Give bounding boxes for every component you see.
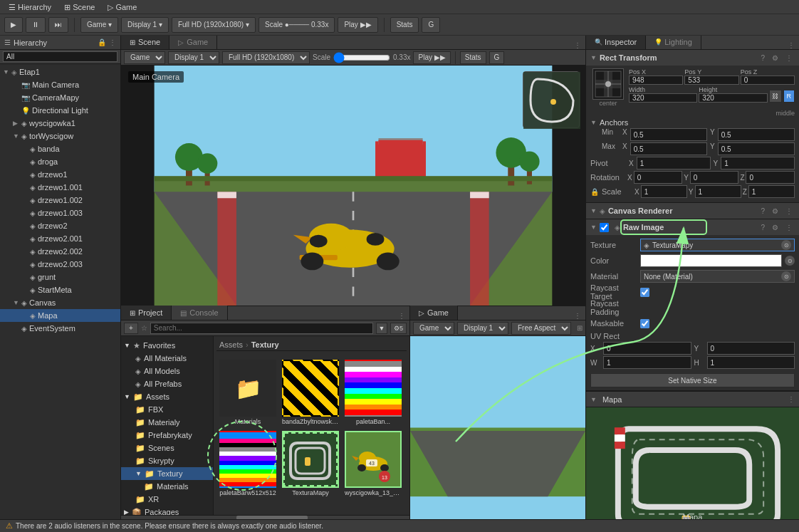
- scene-tab-scene[interactable]: ⊞Scene: [121, 36, 169, 49]
- component-help-btn[interactable]: ?: [758, 53, 767, 63]
- tree-item-wyscigowka[interactable]: ▶ ◈ wyscigowka1: [0, 117, 120, 130]
- game-viewport[interactable]: [410, 336, 585, 519]
- tree-item-main-camera[interactable]: 📷 Main Camera: [0, 78, 120, 91]
- stats-button[interactable]: Stats: [390, 17, 419, 33]
- component-settings-btn[interactable]: ⚙: [770, 53, 780, 63]
- rect-transform-header[interactable]: ▼ Rect Transform ? ⚙ ⋮: [586, 50, 799, 66]
- tree-item-directional-light[interactable]: 💡 Directional Light: [0, 104, 120, 117]
- width-input[interactable]: [629, 93, 697, 103]
- hierarchy-menu[interactable]: ⋮: [109, 38, 116, 46]
- scene-display-num[interactable]: Display 1: [168, 51, 219, 64]
- scale-slider[interactable]: [333, 52, 390, 63]
- pos-z-input[interactable]: [741, 75, 795, 85]
- raw-image-settings-btn[interactable]: ⚙: [770, 223, 780, 232]
- breadcrumb-assets[interactable]: Assets: [219, 340, 243, 349]
- color-swatch[interactable]: [640, 254, 782, 267]
- play-mode-btn[interactable]: Play ▶▶: [413, 51, 450, 64]
- tree-item-canvas[interactable]: ▼ ◈ Canvas: [0, 296, 120, 309]
- tree-item-banda[interactable]: ◈ banda: [0, 142, 120, 155]
- rotation-y[interactable]: [690, 171, 739, 184]
- tree-item-drzewo1[interactable]: ◈ drzewo1: [0, 168, 120, 181]
- canvas-help-btn[interactable]: ?: [758, 207, 767, 216]
- rotation-x[interactable]: [634, 171, 683, 184]
- sidebar-all-materials[interactable]: ◈ All Materials: [121, 352, 213, 365]
- sidebar-assets[interactable]: ▼ 📁 Assets: [121, 390, 213, 403]
- scene-resolution[interactable]: Full HD (1920x1080): [222, 51, 310, 64]
- breadcrumb-textury[interactable]: Textury: [251, 340, 279, 349]
- uv-w-input[interactable]: [603, 356, 691, 369]
- stats-btn[interactable]: Stats: [460, 51, 486, 64]
- project-search-input[interactable]: [150, 323, 373, 334]
- sidebar-all-models[interactable]: ◈ All Models: [121, 365, 213, 377]
- pause-button[interactable]: ⏸: [26, 17, 46, 33]
- tree-item-drzewo2[interactable]: ◈ drzewo2: [0, 219, 120, 232]
- gizmos-btn[interactable]: G: [489, 51, 505, 64]
- asset-paleta-barw[interactable]: paletaBarw512x512: [219, 431, 276, 496]
- tree-item-droga[interactable]: ◈ droga: [0, 155, 120, 168]
- canvas-renderer-header[interactable]: ▼ ◈ Canvas Renderer ? ⚙ ⋮: [586, 203, 799, 219]
- tree-item-drzewo2-002[interactable]: ◈ drzewo2.002: [0, 245, 120, 258]
- color-select-btn[interactable]: ⊙: [785, 256, 795, 266]
- constrain-ratio-btn[interactable]: ⛓: [769, 90, 782, 103]
- sidebar-packages[interactable]: ▶ 📦 Packages: [121, 506, 213, 515]
- menu-scene[interactable]: ⊞ Scene: [58, 0, 100, 14]
- play-indicator[interactable]: Play ▶▶: [338, 17, 377, 33]
- uv-h-input[interactable]: [707, 356, 795, 369]
- blueprint-btn[interactable]: R: [783, 90, 795, 103]
- project-tab-project[interactable]: ⊞Project: [121, 306, 172, 320]
- scene-select[interactable]: Game ▾: [80, 17, 118, 33]
- menu-game[interactable]: ▷ Game: [102, 0, 142, 14]
- game-aspect-select[interactable]: Free Aspect: [511, 322, 571, 335]
- anchors-row[interactable]: ▼ Anchors: [590, 118, 795, 127]
- scale-z[interactable]: [748, 185, 795, 198]
- sidebar-scenes[interactable]: 📁 Scenes: [121, 442, 213, 454]
- right-tab-lighting[interactable]: 💡 Lighting: [646, 36, 701, 49]
- uv-y-input[interactable]: [707, 342, 795, 355]
- raw-image-header[interactable]: ▼ ◈ Raw Image ? ⚙ ⋮: [586, 219, 799, 235]
- add-asset-btn[interactable]: +: [124, 323, 138, 334]
- canvas-settings-btn[interactable]: ⚙: [770, 207, 780, 216]
- texture-select-btn[interactable]: ⊙: [781, 240, 791, 250]
- scene-display-select[interactable]: Game: [124, 51, 165, 64]
- sidebar-all-prefabs[interactable]: ◈ All Prefabs: [121, 377, 213, 390]
- sidebar-fbx[interactable]: 📁 FBX: [121, 403, 213, 416]
- tree-item-drzewo1-002[interactable]: ◈ drzewo1.002: [0, 194, 120, 207]
- step-button[interactable]: ⏭: [48, 17, 68, 33]
- scene-viewport[interactable]: Main Camera: [121, 66, 585, 306]
- right-tab-inspector[interactable]: 🔍 Inspector: [586, 36, 646, 49]
- anchor-min-y[interactable]: [718, 128, 795, 141]
- project-tab-console[interactable]: ▤Console: [172, 306, 227, 320]
- inspector-menu-btn[interactable]: ⋮: [783, 41, 799, 49]
- raw-image-enabled[interactable]: [600, 223, 609, 232]
- display-select[interactable]: Display 1 ▾: [121, 17, 169, 33]
- component-more-btn[interactable]: ⋮: [783, 53, 795, 63]
- pos-x-input[interactable]: [629, 75, 683, 85]
- raw-image-more-btn[interactable]: ⋮: [783, 223, 795, 232]
- anchor-min-x[interactable]: [630, 128, 707, 141]
- game-tab[interactable]: ▷Game: [410, 306, 458, 320]
- project-menu-btn[interactable]: ⋮: [394, 312, 409, 320]
- tree-item-drzewo2-003[interactable]: ◈ drzewo2.003: [0, 258, 120, 271]
- resolution-select[interactable]: Full HD (1920x1080) ▾: [172, 17, 256, 33]
- height-input[interactable]: [699, 93, 767, 103]
- tree-item-camera-mapy[interactable]: 📷 CameraMapy: [0, 91, 120, 104]
- mapa-header[interactable]: ▼ Mapa ⋮: [586, 392, 799, 407]
- scene-menu-btn[interactable]: ⋮: [570, 41, 585, 49]
- game-display-num[interactable]: Display 1: [457, 322, 508, 335]
- tree-item-mapa[interactable]: ◈ Mapa: [0, 309, 120, 322]
- sidebar-materialy[interactable]: 📁 Materialy: [121, 416, 213, 429]
- sidebar-favorites[interactable]: ▼ ★ Favorites: [121, 339, 213, 352]
- raw-image-help-btn[interactable]: ?: [758, 223, 767, 232]
- material-select-btn[interactable]: ⊙: [781, 271, 791, 281]
- pivot-y[interactable]: [721, 157, 795, 169]
- tree-item-drzewo2-001[interactable]: ◈ drzewo2.001: [0, 232, 120, 245]
- menu-hierarchy[interactable]: ☰ Hierarchy: [3, 0, 57, 14]
- canvas-more-btn[interactable]: ⋮: [783, 207, 795, 216]
- sidebar-xr[interactable]: 📁 XR: [121, 493, 213, 506]
- tree-item-etap1[interactable]: ▼ ◈ Etap1: [0, 66, 120, 78]
- scale-y[interactable]: [695, 185, 741, 198]
- asset-materials-folder[interactable]: 📁 Materials: [219, 360, 276, 425]
- tree-item-grunt[interactable]: ◈ grunt: [0, 271, 120, 283]
- anchor-max-y[interactable]: [718, 142, 795, 155]
- scene-tab-game[interactable]: ▷Game: [169, 36, 217, 49]
